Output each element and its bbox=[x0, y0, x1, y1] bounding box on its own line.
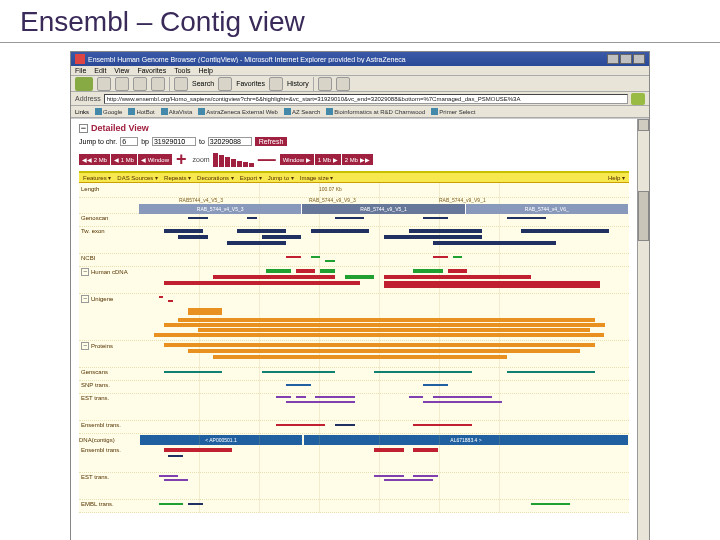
history-label: History bbox=[287, 80, 309, 87]
browser-window: Ensembl Human Genome Browser (ContigView… bbox=[70, 51, 650, 540]
collapse-icon[interactable]: − bbox=[79, 124, 88, 133]
zoom-label: zoom bbox=[191, 156, 212, 163]
address-label: Address bbox=[75, 95, 101, 102]
links-label: Links bbox=[75, 109, 89, 115]
menu-view[interactable]: View bbox=[114, 67, 129, 74]
contig-b[interactable]: AL671883.4 > bbox=[304, 435, 628, 445]
scroll-up-button[interactable] bbox=[638, 119, 649, 131]
track-proteins: −Proteins bbox=[79, 341, 629, 368]
menu-features[interactable]: Features ▾ bbox=[83, 174, 111, 181]
contig-a[interactable]: < AP000501.1 bbox=[140, 435, 302, 445]
search-label: Search bbox=[192, 80, 214, 87]
refresh-button[interactable] bbox=[133, 77, 147, 91]
menu-repeats[interactable]: Repeats ▾ bbox=[164, 174, 191, 181]
bp-from-input[interactable]: 31929010 bbox=[152, 137, 196, 146]
favorites-button[interactable] bbox=[218, 77, 232, 91]
app-icon bbox=[75, 54, 85, 64]
menu-export[interactable]: Export ▾ bbox=[240, 174, 262, 181]
chr-input[interactable]: 6 bbox=[120, 137, 138, 146]
history-button[interactable] bbox=[269, 77, 283, 91]
scrollbar-thumb[interactable] bbox=[638, 191, 649, 241]
link-az-search[interactable]: AZ Search bbox=[284, 108, 320, 115]
menu-das[interactable]: DAS Sources ▾ bbox=[117, 174, 158, 181]
menu-tools[interactable]: Tools bbox=[174, 67, 190, 74]
track-ncbi: NCBI bbox=[79, 254, 629, 267]
address-input[interactable]: http://www.ensembl.org/Homo_sapiens/cont… bbox=[104, 94, 628, 104]
scroll-left-window[interactable]: ◀ Window bbox=[138, 154, 172, 165]
track-ensembl-trans-2: Ensembl trans. bbox=[79, 446, 629, 473]
scroll-right-window[interactable]: Window ▶ bbox=[280, 154, 314, 165]
menu-edit[interactable]: Edit bbox=[94, 67, 106, 74]
track-genscans: Genscans bbox=[79, 368, 629, 381]
favorites-label: Favorites bbox=[236, 80, 265, 87]
jump-controls: Jump to chr. 6 bp 31929010 to 32029088 R… bbox=[79, 135, 629, 148]
menu-favorites[interactable]: Favorites bbox=[137, 67, 166, 74]
track-snp-trans: SNP trans. bbox=[79, 381, 629, 394]
minimize-button[interactable] bbox=[607, 54, 619, 64]
track-est-trans-2: EST trans. bbox=[79, 473, 629, 500]
scroll-right-2mb[interactable]: 2 Mb ▶▶ bbox=[342, 154, 373, 165]
bp-label: bp bbox=[141, 138, 149, 145]
go-button[interactable] bbox=[631, 93, 645, 105]
home-button[interactable] bbox=[151, 77, 165, 91]
stop-button[interactable] bbox=[115, 77, 129, 91]
close-button[interactable] bbox=[633, 54, 645, 64]
jump-label: Jump to chr. bbox=[79, 138, 117, 145]
track-panel: Length 100.07 Kb RAB5744_v4_V5_3 RAB_574… bbox=[79, 183, 629, 513]
track-ensembl-trans: Ensembl trans. bbox=[79, 421, 629, 434]
search-button[interactable] bbox=[174, 77, 188, 91]
back-button[interactable] bbox=[75, 77, 93, 91]
scroll-left-2mb[interactable]: ◀◀ 2 Mb bbox=[79, 154, 110, 165]
page-content: − Detailed View Jump to chr. 6 bp 319290… bbox=[71, 118, 649, 540]
mail-button[interactable] bbox=[318, 77, 332, 91]
menubar: File Edit View Favorites Tools Help bbox=[71, 66, 649, 76]
link-primer-select[interactable]: Primer Select bbox=[431, 108, 475, 115]
bp-to-input[interactable]: 32029088 bbox=[208, 137, 252, 146]
menu-imgsize[interactable]: Image size ▾ bbox=[300, 174, 334, 181]
maximize-button[interactable] bbox=[620, 54, 632, 64]
link-altavista[interactable]: AltaVista bbox=[161, 108, 193, 115]
menu-file[interactable]: File bbox=[75, 67, 86, 74]
link-hotbot[interactable]: HotBot bbox=[128, 108, 154, 115]
track-embl-trans: EMBL trans. bbox=[79, 500, 629, 513]
menu-jump[interactable]: Jump to ▾ bbox=[268, 174, 294, 181]
menu-help[interactable]: Help bbox=[199, 67, 213, 74]
zoom-controls: ◀◀ 2 Mb ◀ 1 Mb ◀ Window + zoom — Window … bbox=[79, 148, 629, 173]
track-unigene: −Unigene bbox=[79, 294, 629, 341]
print-button[interactable] bbox=[336, 77, 350, 91]
link-az-external[interactable]: AstraZeneca External Web bbox=[198, 108, 278, 115]
detailed-view-header: − Detailed View bbox=[79, 123, 629, 135]
track-est-trans: EST trans. bbox=[79, 394, 629, 421]
scroll-right-1mb[interactable]: 1 Mb ▶ bbox=[315, 154, 341, 165]
zoom-out-icon[interactable]: — bbox=[255, 149, 279, 170]
track-contigs-top: RAB5744_v4_V5_3 RAB_5744_v9_V9_3 RAB_574… bbox=[79, 198, 629, 214]
vertical-scrollbar[interactable] bbox=[637, 119, 649, 540]
link-bioinformatics[interactable]: Bioinformatics at R&D Charnwood bbox=[326, 108, 425, 115]
forward-button[interactable] bbox=[97, 77, 111, 91]
titlebar: Ensembl Human Genome Browser (ContigView… bbox=[71, 52, 649, 66]
links-bar: Links Google HotBot AltaVista AstraZenec… bbox=[71, 106, 649, 118]
window-title: Ensembl Human Genome Browser (ContigView… bbox=[88, 56, 607, 63]
refresh-region-button[interactable]: Refresh bbox=[255, 137, 288, 146]
address-bar: Address http://www.ensembl.org/Homo_sapi… bbox=[71, 92, 649, 106]
menu-help[interactable]: Help ▾ bbox=[608, 174, 625, 181]
link-google[interactable]: Google bbox=[95, 108, 122, 115]
menu-decorations[interactable]: Decorations ▾ bbox=[197, 174, 234, 181]
track-genoscan: Genoscan bbox=[79, 214, 629, 227]
zoom-in-icon[interactable]: + bbox=[173, 149, 190, 170]
nav-toolbar: Search Favorites History bbox=[71, 76, 649, 92]
track-human-cdna: −Human cDNA bbox=[79, 267, 629, 294]
track-tw-exon: Tw. exon bbox=[79, 227, 629, 254]
window-controls bbox=[607, 54, 645, 64]
track-dna-contigs: DNA(contigs) < AP000501.1 AL671883.4 > bbox=[79, 434, 629, 446]
track-menu: Features ▾ DAS Sources ▾ Repeats ▾ Decor… bbox=[79, 173, 629, 183]
zoom-scale[interactable] bbox=[213, 153, 254, 167]
scroll-left-1mb[interactable]: ◀ 1 Mb bbox=[111, 154, 137, 165]
bp-to-label: to bbox=[199, 138, 205, 145]
slide-title: Ensembl – Contig view bbox=[0, 0, 720, 43]
